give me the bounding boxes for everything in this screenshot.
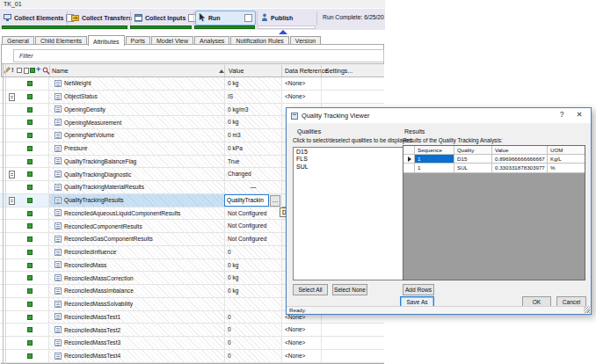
name-cell[interactable]: ReconciledMassCorrection	[48, 272, 224, 284]
name-cell[interactable]: ReconciledMassTest2	[48, 324, 224, 336]
column-header-value[interactable]: Value	[229, 68, 243, 74]
name-cell[interactable]: QualityTrackingResults	[48, 194, 224, 207]
uom-cell[interactable]: Kg/L	[548, 155, 585, 164]
value-cell[interactable]	[224, 298, 281, 310]
attribute-state-icon	[27, 107, 33, 113]
collect-elements-button[interactable]: Collect Elements	[1, 11, 66, 25]
table-row[interactable]: ReconciledMassTest40<None>	[0, 350, 384, 363]
name-cell[interactable]: OpeningNetVolume	[48, 129, 224, 142]
data-reference-cell[interactable]: <None>	[281, 91, 321, 103]
checkbox-icon	[17, 68, 22, 73]
value-cell[interactable]: 0 kg	[224, 116, 281, 128]
value-cell[interactable]: 0	[224, 337, 281, 349]
name-cell[interactable]: ReconciledGasComponentResults	[48, 233, 224, 245]
value-cell[interactable]: Not Configured	[224, 233, 281, 245]
value-cell[interactable]: Changed	[224, 168, 281, 180]
value-cell[interactable]: 0	[224, 324, 281, 336]
name-cell[interactable]: NetWeight	[48, 77, 224, 90]
add-rows-button[interactable]: Add Rows	[403, 284, 434, 295]
name-cell[interactable]: ReconciledMassTest3	[48, 337, 224, 349]
tab-attributes[interactable]: Attributes	[88, 35, 125, 46]
quality-cell[interactable]: SUL	[454, 164, 492, 173]
data-reference-cell[interactable]: <None>	[281, 324, 321, 336]
column-divider[interactable]	[321, 65, 322, 76]
value-cell[interactable]: —	[224, 181, 281, 193]
value-cell[interactable]: IS	[224, 91, 281, 103]
name-cell[interactable]: QualityTrackingDiagnostic	[48, 168, 224, 180]
name-cell[interactable]: ReconciledMassImbalance	[48, 285, 224, 297]
value-cell[interactable]: 0 kg	[224, 285, 281, 297]
column-divider[interactable]	[224, 65, 225, 76]
name-cell[interactable]: ObjectStatus	[48, 91, 224, 103]
sequence-cell[interactable]: 1	[415, 155, 454, 164]
value-cell[interactable]: 0 m3	[224, 129, 281, 142]
name-cell[interactable]: OpeningDensity	[48, 104, 224, 116]
value-cell[interactable]: 0 kg	[224, 77, 281, 90]
publish-person-icon	[261, 13, 268, 23]
settings-cell[interactable]	[321, 324, 384, 336]
value-cell[interactable]: 0	[224, 311, 281, 324]
results-row[interactable]: 1SUL0.330331878303977%	[403, 164, 585, 173]
results-row[interactable]: 1D150.896966666666667Kg/L	[403, 155, 585, 164]
table-row[interactable]: NetWeight0 kg<None>	[0, 77, 384, 91]
value-editor-input[interactable]: QualityTrackin	[224, 194, 269, 207]
run-checkbox[interactable]	[244, 14, 252, 22]
data-reference-cell[interactable]: <None>	[281, 77, 321, 90]
name-cell[interactable]: QualityTrackingBalanceFlag	[48, 156, 224, 168]
attribute-state-icon	[27, 315, 33, 320]
name-cell[interactable]: ReconciledMassTest1	[48, 311, 224, 324]
name-cell[interactable]: OpeningMeasurement	[48, 116, 224, 128]
value-cell[interactable]: 0 kg	[224, 272, 281, 284]
resize-grip[interactable]	[584, 307, 590, 313]
name-cell[interactable]: Pressure	[48, 142, 224, 155]
collect-inputs-button[interactable]: Collect Inputs	[132, 11, 193, 25]
settings-cell[interactable]	[321, 350, 384, 362]
collect-transfers-button[interactable]: Collect Transfers	[69, 11, 129, 25]
value-cell[interactable]: 0	[224, 350, 281, 362]
settings-cell[interactable]	[321, 77, 384, 90]
name-cell[interactable]: ReconciledInfluence	[48, 246, 224, 258]
value-cell[interactable]: 0.896966666666667	[492, 155, 548, 164]
column-header-name[interactable]: Name	[52, 68, 69, 74]
name-cell[interactable]: ReconciledMassSolvability	[48, 298, 224, 310]
publish-button[interactable]: Publish	[258, 11, 315, 25]
value-cell[interactable]: 0 kPa	[224, 142, 281, 155]
column-divider[interactable]	[281, 65, 282, 76]
table-row[interactable]: ReconciledMassTest30<None>	[0, 337, 384, 350]
settings-cell[interactable]	[321, 91, 384, 103]
name-cell[interactable]: QualityTrackingMaterialResults	[48, 181, 224, 193]
value-cell[interactable]: 0 kg	[224, 259, 281, 272]
value-cell[interactable]: True	[224, 156, 281, 168]
settings-cell[interactable]	[321, 337, 384, 349]
table-row[interactable]: ReconciledMassTest20<None>	[0, 324, 384, 337]
results-table-header: Sequence Quality Value UOM	[403, 146, 585, 155]
name-cell[interactable]: ReconciledAqueousLiquidComponentResults	[48, 207, 224, 220]
sequence-cell[interactable]: 1	[415, 164, 454, 173]
value-cell[interactable]: 0.330331878303977	[492, 164, 548, 173]
column-divider[interactable]	[49, 65, 50, 76]
close-icon[interactable]: ✕	[574, 110, 585, 119]
name-cell[interactable]: ReconciledComponentResults	[48, 220, 224, 232]
uom-cell[interactable]: %	[548, 164, 585, 173]
data-reference-cell[interactable]: <None>	[281, 337, 321, 349]
column-header-settings[interactable]: Settings...	[325, 68, 353, 74]
value-cell[interactable]: 0 kg/m3	[224, 104, 281, 116]
name-cell[interactable]: ReconciledMass	[48, 259, 224, 272]
results-table[interactable]: Sequence Quality Value UOM 1D150.8969666…	[403, 145, 585, 280]
run-button[interactable]: Run	[195, 11, 256, 25]
table-row[interactable]: ObjectStatusIS<None>	[0, 91, 384, 104]
filter-input[interactable]: Filter	[13, 49, 384, 62]
help-button[interactable]: ?	[556, 110, 567, 119]
select-none-button[interactable]: Select None	[332, 284, 367, 295]
select-all-button[interactable]: Select All	[293, 284, 328, 295]
value-cell[interactable]: Not Configured	[224, 220, 281, 232]
value-cell[interactable]: Not Configured	[224, 207, 281, 220]
value-cell[interactable]: 0	[224, 246, 281, 258]
ellipsis-button[interactable]: …	[270, 195, 280, 207]
name-cell[interactable]: ReconciledMassTest4	[48, 350, 224, 362]
dialog-titlebar[interactable]: Quality Tracking Viewer ? ✕	[287, 108, 591, 123]
data-reference-cell[interactable]: <None>	[281, 350, 321, 362]
grid-header[interactable]: ! + Name Value Data Reference Settings..…	[2, 63, 384, 77]
quality-cell[interactable]: D15	[454, 155, 492, 164]
progress-bar-collect-inputs	[130, 25, 192, 29]
